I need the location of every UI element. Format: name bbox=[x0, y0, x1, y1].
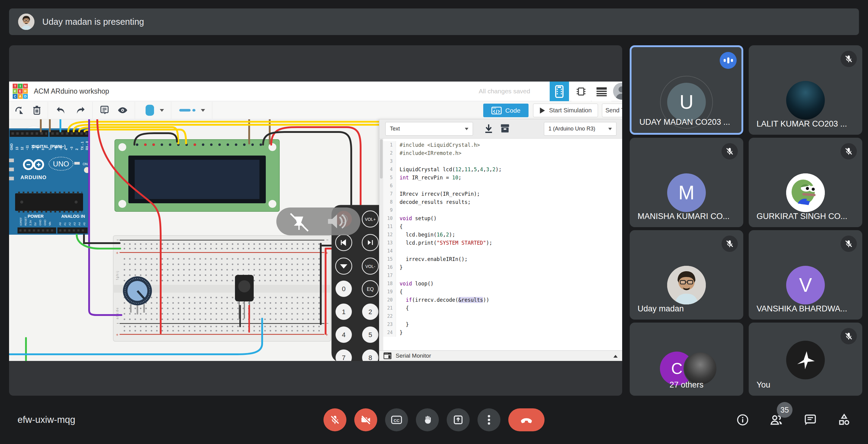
pin-label: GND bbox=[43, 220, 46, 226]
pin-label: A5 bbox=[83, 222, 86, 226]
rail-plus: + bbox=[116, 250, 118, 255]
library-button[interactable] bbox=[499, 123, 510, 135]
avatar-initial: U bbox=[680, 91, 693, 113]
undo-icon bbox=[56, 106, 66, 115]
participant-name: Uday madan bbox=[638, 304, 684, 314]
pin-label: A3 bbox=[73, 222, 76, 226]
pin-label: 13 bbox=[16, 147, 19, 150]
notes-button[interactable] bbox=[98, 104, 111, 116]
pin-label: A0 bbox=[59, 222, 62, 226]
code-editor[interactable]: 1#include <LiquidCrystal.h>2#include<IRr… bbox=[379, 139, 622, 350]
delete-button[interactable] bbox=[31, 104, 43, 116]
present-button[interactable] bbox=[447, 408, 470, 431]
profile-photo bbox=[667, 266, 706, 305]
collapse-caret-icon[interactable] bbox=[613, 355, 618, 358]
participant-name: You bbox=[756, 380, 770, 390]
mic-off-icon bbox=[844, 331, 853, 341]
arduino-uno-board[interactable]: GND 13 12 ~11 ~10 ~9 8 7 ~6 ~5 4 ~3 bbox=[9, 128, 90, 235]
participant-tile-you[interactable]: You bbox=[749, 323, 862, 396]
logo-tile: I bbox=[18, 84, 23, 89]
tinkercad-account-avatar[interactable] bbox=[613, 83, 622, 100]
participant-tile-gurkirat-singh[interactable]: GURKIRAT SINGH CO... bbox=[749, 138, 862, 227]
view-list-button[interactable] bbox=[592, 82, 611, 101]
code-line: 7IRrecv irrecv(IR_recvPin); bbox=[383, 190, 619, 198]
logo-tile: E bbox=[18, 89, 23, 94]
redo-icon bbox=[75, 106, 86, 115]
view-breadboard-button[interactable] bbox=[550, 82, 569, 101]
participant-tile-manisha-kumari[interactable]: M MANISHA KUMARI CO... bbox=[630, 138, 743, 227]
pin-label: 2 bbox=[75, 148, 79, 150]
more-vertical-icon bbox=[488, 414, 491, 425]
participant-tile-uday-madan-co203[interactable]: U UDAY MADAN CO203 ... bbox=[630, 45, 743, 135]
wire-style-dropdown[interactable] bbox=[199, 104, 207, 116]
wire-style-button[interactable] bbox=[178, 104, 197, 116]
meeting-panel-icons: 35 bbox=[736, 413, 851, 427]
circuit-canvas[interactable]: GND 13 12 ~11 ~10 ~9 8 7 ~6 ~5 4 ~3 bbox=[9, 119, 379, 361]
start-simulation-button[interactable]: Start Simulation bbox=[533, 104, 598, 117]
participant-tile-vanshika-bhardwaj[interactable]: V VANSHIKA BHARDWA... bbox=[749, 230, 862, 320]
serial-monitor-icon bbox=[383, 352, 392, 359]
undo-button[interactable] bbox=[55, 104, 67, 116]
send-to-button[interactable]: Send To bbox=[602, 104, 622, 117]
download-icon bbox=[484, 124, 494, 134]
rotate-button[interactable] bbox=[13, 104, 25, 116]
info-icon bbox=[736, 413, 749, 426]
mic-toggle-button[interactable] bbox=[323, 408, 346, 431]
avatar bbox=[667, 266, 706, 305]
code-button[interactable]: Code bbox=[483, 104, 529, 117]
pin-label: TX→1 bbox=[81, 141, 84, 150]
participant-tile-lalit-kumar-co203[interactable]: LALIT KUMAR CO203 ... bbox=[749, 45, 862, 135]
end-call-button[interactable] bbox=[508, 408, 545, 431]
digit-label: 2 bbox=[369, 308, 372, 316]
view-schematic-button[interactable] bbox=[571, 82, 591, 101]
download-code-button[interactable] bbox=[484, 124, 494, 136]
code-line: 12 lcd.begin(16,2); bbox=[383, 231, 619, 239]
code-line: 16} bbox=[383, 263, 619, 272]
captions-button[interactable]: CC bbox=[385, 408, 408, 431]
call-controls: CC bbox=[323, 408, 545, 431]
color-swatch-button[interactable] bbox=[144, 104, 156, 116]
mic-muted-badge bbox=[721, 235, 738, 252]
design-title[interactable]: ACM ARduino workshop bbox=[34, 87, 109, 95]
chat-button[interactable] bbox=[803, 413, 817, 427]
camera-toggle-button[interactable] bbox=[354, 408, 377, 431]
color-dropdown[interactable] bbox=[158, 104, 165, 116]
logo-tile: K bbox=[13, 89, 18, 94]
redo-button[interactable] bbox=[74, 104, 86, 116]
code-line: 19{ bbox=[383, 288, 619, 296]
overflow-participants-tile[interactable]: C 27 others bbox=[630, 323, 743, 396]
end-call-icon bbox=[520, 413, 533, 426]
visibility-button[interactable] bbox=[117, 104, 129, 116]
participants-button[interactable]: 35 bbox=[770, 413, 783, 427]
mic-off-icon bbox=[725, 147, 734, 156]
save-status: All changes saved bbox=[479, 88, 530, 95]
code-line: 8decode_results results; bbox=[383, 198, 619, 206]
serial-monitor-bar[interactable]: Serial Monitor bbox=[379, 350, 622, 361]
raise-hand-button[interactable] bbox=[416, 408, 439, 431]
more-options-button[interactable] bbox=[477, 408, 500, 431]
mic-off-icon bbox=[330, 414, 340, 425]
pin-label: ~3 bbox=[70, 147, 73, 150]
chevron-down-icon bbox=[465, 128, 468, 130]
participant-name: GURKIRAT SINGH CO... bbox=[756, 212, 847, 221]
presentation-tile[interactable]: T I N K E R C A D ACM ARduino workshop A… bbox=[9, 45, 622, 396]
meeting-bottom-bar: efw-uxiw-mqg CC bbox=[0, 396, 868, 444]
captions-icon: CC bbox=[391, 415, 402, 425]
participant-tile-uday-madan[interactable]: Uday madan bbox=[630, 230, 743, 320]
participant-name: UDAY MADAN CO203 ... bbox=[639, 118, 730, 127]
code-mode-select[interactable]: Text bbox=[385, 122, 473, 136]
participant-name: MANISHA KUMARI CO... bbox=[638, 212, 730, 221]
mic-off-icon bbox=[844, 147, 853, 156]
code-icon bbox=[491, 106, 502, 115]
meeting-details-button[interactable] bbox=[736, 413, 750, 427]
activities-button[interactable] bbox=[837, 413, 851, 427]
digit-label: 1 bbox=[342, 308, 345, 316]
board-select[interactable]: 1 (Arduino Uno R3) bbox=[544, 122, 616, 136]
lcd-display[interactable] bbox=[115, 139, 279, 212]
mic-off-icon bbox=[844, 239, 853, 248]
code-line: 1#include <LiquidCrystal.h> bbox=[383, 141, 619, 149]
code-controls: Text 1 (Arduino Uno R3) bbox=[379, 119, 622, 139]
code-line: 11{ bbox=[383, 223, 619, 231]
code-scrollbar[interactable] bbox=[379, 139, 383, 350]
logo-tile: D bbox=[23, 94, 28, 99]
